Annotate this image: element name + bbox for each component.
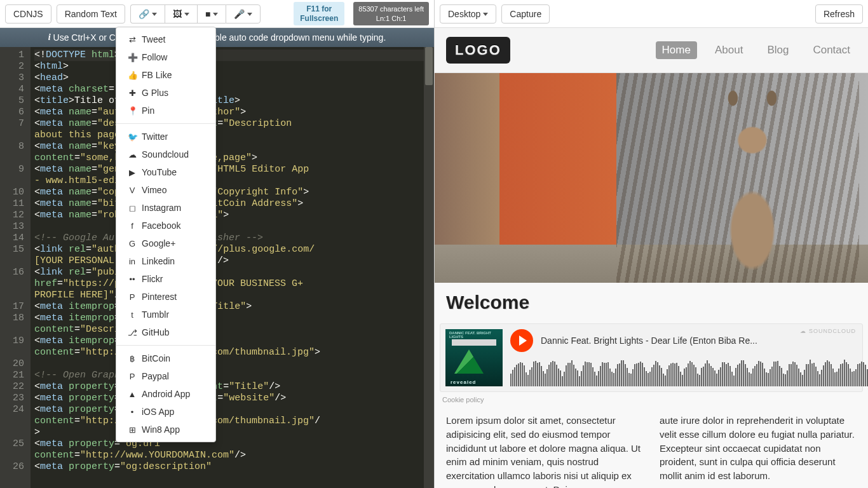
insert-button-group: 🔗 🖼 ■ 🎤	[130, 4, 261, 24]
video-icon: ■	[205, 9, 210, 19]
insert-image-dropdown[interactable]: 🖼	[165, 4, 197, 24]
pinterest-icon: P	[128, 292, 137, 302]
hero-image	[435, 73, 868, 283]
g-plus-icon: ✚	[128, 88, 137, 98]
body-col-2: aute irure dolor in reprehenderit in vol…	[660, 414, 857, 488]
tip-text: Use Ctrl+X or Ctrl+Space shortcut to ena…	[53, 32, 386, 43]
random-text-button[interactable]: Random Text	[57, 4, 125, 24]
nav-item-about[interactable]: About	[709, 41, 749, 59]
instagram-icon: ◻	[128, 203, 137, 213]
dropdown-item-follow[interactable]: ➕Follow	[116, 48, 215, 66]
tumblr-icon: t	[128, 310, 137, 320]
dropdown-item-label: Soundcloud	[142, 149, 189, 159]
info-icon: i	[48, 32, 51, 43]
paypal-icon: P	[128, 372, 137, 381]
dropdown-item-linkedin[interactable]: inLinkedin	[116, 252, 215, 270]
dropdown-item-tweet[interactable]: ⇄Tweet	[116, 30, 215, 48]
dropdown-item-label: Win8 App	[142, 424, 180, 435]
body-text: Lorem ipsum dolor sit amet, consectetur …	[435, 405, 868, 488]
insert-link-dropdown[interactable]: 🔗	[130, 4, 165, 24]
windows-icon: ⊞	[128, 425, 137, 435]
refresh-button[interactable]: Refresh	[815, 4, 863, 24]
capture-button[interactable]: Capture	[501, 4, 550, 24]
dropdown-item-instagram[interactable]: ◻Instagram	[116, 199, 215, 217]
apple-icon: •	[128, 407, 137, 417]
dropdown-divider	[116, 345, 215, 346]
flickr-icon: ••	[128, 274, 137, 284]
dropdown-item-label: Tweet	[142, 34, 165, 44]
link-icon: 🔗	[139, 9, 149, 19]
cookie-policy-link[interactable]: Cookie policy	[435, 392, 868, 405]
waveform[interactable]: 5:41	[510, 358, 868, 386]
dropdown-item-label: Paypal	[142, 371, 169, 381]
dropdown-item-pin[interactable]: 📍Pin	[116, 102, 215, 119]
dropdown-item-label: iOS App	[142, 407, 174, 417]
track-title[interactable]: Dannic Feat. Bright Lights - Dear Life (…	[541, 336, 868, 346]
facebook-icon: f	[128, 221, 137, 231]
dropdown-item-vimeo[interactable]: VVimeo	[116, 181, 215, 199]
site-nav: HomeAboutBlogContact	[656, 41, 857, 59]
dropdown-item-facebook[interactable]: fFacebook	[116, 217, 215, 234]
dropdown-item-youtube[interactable]: ▶YouTube	[116, 163, 215, 181]
retweet-icon: ⇄	[128, 35, 137, 44]
dropdown-item-android-app[interactable]: ▲Android App	[116, 385, 215, 403]
dropdown-item-github[interactable]: ⎇GitHub	[116, 323, 215, 341]
dropdown-item-label: GitHub	[142, 327, 170, 337]
share-dropdown: ⇄Tweet➕Follow👍FB Like✚G Plus📍Pin🐦Twitter…	[116, 27, 216, 442]
dropdown-item-twitter[interactable]: 🐦Twitter	[116, 128, 215, 146]
dropdown-item-label: Android App	[142, 389, 190, 399]
dropdown-item-g-plus[interactable]: ✚G Plus	[116, 84, 215, 102]
dropdown-item-bitcoin[interactable]: ฿BitCoin	[116, 349, 215, 367]
youtube-icon: ▶	[128, 168, 137, 177]
body-col-1: Lorem ipsum dolor sit amet, consectetur …	[446, 414, 643, 488]
dropdown-item-win8-app[interactable]: ⊞Win8 App	[116, 421, 215, 438]
nav-item-home[interactable]: Home	[656, 41, 697, 59]
dropdown-item-label: Pin	[142, 105, 154, 116]
dropdown-item-paypal[interactable]: PPaypal	[116, 367, 215, 385]
dropdown-item-fb-like[interactable]: 👍FB Like	[116, 66, 215, 84]
dropdown-item-label: FB Like	[142, 70, 172, 80]
dropdown-item-ios-app[interactable]: •iOS App	[116, 403, 215, 421]
code-editor[interactable]: 1234567891011121314151617181920212223242…	[0, 47, 434, 488]
dropdown-item-soundcloud[interactable]: ☁Soundcloud	[116, 146, 215, 163]
insert-video-dropdown[interactable]: ■	[197, 4, 226, 24]
cdnjs-button[interactable]: CDNJS	[5, 4, 51, 24]
dropdown-item-label: Instagram	[142, 203, 181, 213]
track-artwork: DANNIC FEAT. BRIGHT LIGHTS revealed	[445, 329, 503, 386]
bitcoin-icon: ฿	[128, 354, 137, 363]
dropdown-item-pinterest[interactable]: PPinterest	[116, 288, 215, 306]
dropdown-item-label: BitCoin	[142, 353, 170, 363]
dropdown-item-label: Pinterest	[142, 292, 177, 302]
dropdown-item-google+[interactable]: GGoogle+	[116, 234, 215, 252]
tip-bar: i Use Ctrl+X or Ctrl+Space shortcut to e…	[0, 28, 434, 47]
dropdown-item-flickr[interactable]: ••Flickr	[116, 270, 215, 288]
editor-scrollbar[interactable]	[424, 47, 434, 488]
image-icon: 🖼	[173, 9, 182, 19]
viewport-dropdown[interactable]: Desktop	[440, 4, 496, 24]
mic-icon: 🎤	[234, 9, 245, 19]
linkedin-icon: in	[128, 257, 137, 266]
thumbs-up-icon: 👍	[128, 71, 137, 80]
nav-item-contact[interactable]: Contact	[806, 41, 857, 59]
android-icon: ▲	[128, 390, 137, 399]
editor-toolbar: CDNJS Random Text 🔗 🖼 ■ 🎤 F11 for Fullsc…	[0, 0, 434, 28]
fullscreen-hint: F11 for Fullscreen	[294, 2, 344, 25]
char-counter: 85307 characters left Ln:1 Ch:1	[353, 2, 429, 25]
github-icon: ⎇	[128, 328, 137, 337]
soundcloud-icon: ☁	[800, 328, 806, 334]
dropdown-item-label: YouTube	[142, 167, 177, 177]
pin-icon: 📍	[128, 106, 137, 116]
nav-item-blog[interactable]: Blog	[761, 41, 795, 59]
play-button[interactable]	[510, 329, 533, 352]
preview-toolbar: Desktop Capture Refresh	[435, 0, 868, 28]
code-area[interactable]: <!DOCTYPE html><html><head><meta charset…	[31, 47, 434, 488]
dropdown-divider	[116, 123, 215, 124]
preview-header: LOGO HomeAboutBlogContact	[435, 28, 868, 73]
soundcloud-widget[interactable]: ☁ SOUNDCLOUD DANNIC FEAT. BRIGHT LIGHTS …	[440, 323, 863, 392]
dropdown-item-label: Follow	[142, 52, 167, 62]
dropdown-item-tumblr[interactable]: tTumblr	[116, 306, 215, 323]
insert-audio-dropdown[interactable]: 🎤	[226, 4, 261, 24]
site-logo: LOGO	[446, 37, 510, 64]
google-plus-icon: G	[128, 239, 137, 248]
dropdown-item-label: Tumblr	[142, 309, 169, 320]
